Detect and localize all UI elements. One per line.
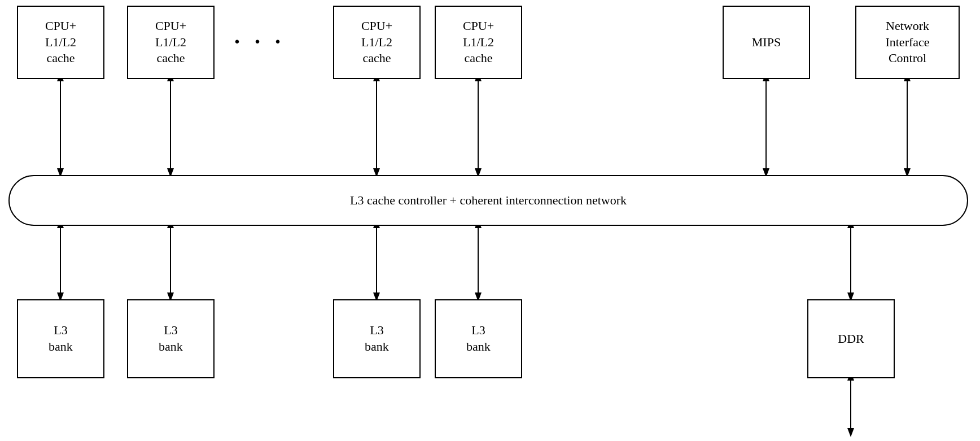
l3-bank-label-3: L3 bank — [365, 322, 389, 355]
mips-label: MIPS — [752, 34, 781, 51]
nic-label: Network Interface Control — [885, 18, 929, 67]
l3-bank-4: L3 bank — [435, 299, 522, 378]
cpu-cache-box-3: CPU+ L1/L2 cache — [333, 6, 421, 79]
l3-bank-3: L3 bank — [333, 299, 421, 378]
cpu-cache-box-2: CPU+ L1/L2 cache — [127, 6, 215, 79]
cpu-cache-label-2: CPU+ L1/L2 cache — [155, 18, 186, 67]
ellipsis: · · · — [234, 28, 285, 55]
nic-box: Network Interface Control — [855, 6, 960, 79]
cpu-cache-label-4: CPU+ L1/L2 cache — [463, 18, 494, 67]
mips-box: MIPS — [723, 6, 810, 79]
l3-bank-2: L3 bank — [127, 299, 215, 378]
cpu-cache-box-1: CPU+ L1/L2 cache — [17, 6, 104, 79]
bus-label: L3 cache controller + coherent interconn… — [350, 193, 627, 208]
l3-bank-label-2: L3 bank — [159, 322, 183, 355]
l3-bank-1: L3 bank — [17, 299, 104, 378]
l3-bus: L3 cache controller + coherent interconn… — [8, 175, 968, 226]
architecture-diagram: CPU+ L1/L2 cache CPU+ L1/L2 cache · · · … — [0, 0, 980, 441]
l3-bank-label-4: L3 bank — [466, 322, 491, 355]
cpu-cache-label-1: CPU+ L1/L2 cache — [45, 18, 76, 67]
l3-bank-label-1: L3 bank — [49, 322, 73, 355]
cpu-cache-label-3: CPU+ L1/L2 cache — [361, 18, 392, 67]
ddr-box: DDR — [807, 299, 895, 378]
ddr-label: DDR — [838, 331, 864, 347]
cpu-cache-box-4: CPU+ L1/L2 cache — [435, 6, 522, 79]
